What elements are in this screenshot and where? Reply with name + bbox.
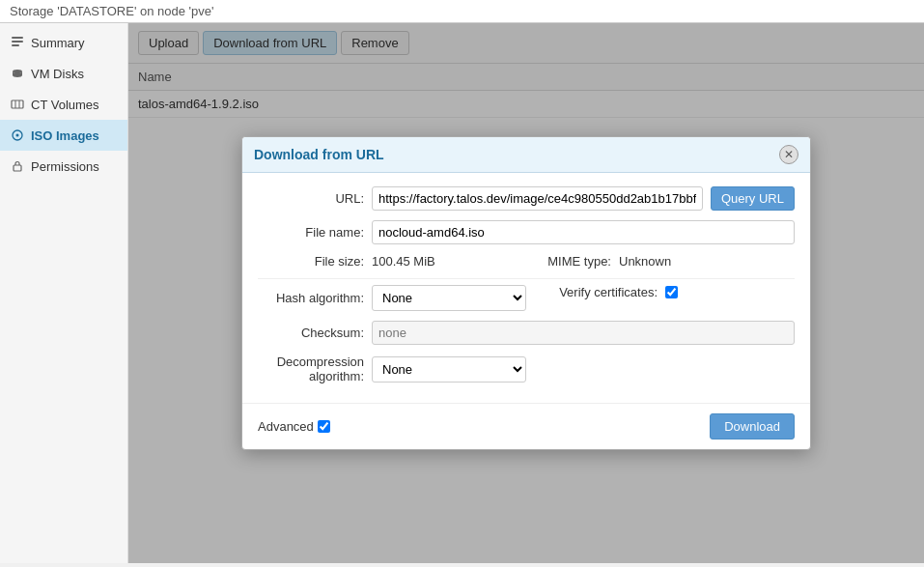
hash-algorithm-select[interactable]: None MD5 SHA1 SHA256 SHA512 [372,285,526,311]
summary-icon [10,35,25,50]
verify-certificates-checkbox-row [665,286,678,298]
container-icon [10,97,25,112]
modal-title: Download from URL [254,147,384,162]
svg-rect-0 [12,37,23,39]
sidebar-item-ct-volumes[interactable]: CT Volumes [0,89,127,120]
advanced-checkbox[interactable] [318,420,330,433]
advanced-group: Advanced [258,419,330,434]
advanced-label-text: Advanced [258,419,314,434]
top-bar: Storage 'DATASTORE' on node 'pve' [0,0,924,23]
modal-body: URL: Query URL File name: File size: 100… [242,173,810,403]
svg-rect-2 [12,44,19,46]
sidebar-item-permissions-label: Permissions [31,159,99,174]
storage-title: Storage 'DATASTORE' on node 'pve' [10,4,214,18]
sidebar-item-ct-volumes-label: CT Volumes [31,98,99,112]
decompression-algorithm-label: Decompression algorithm: [258,354,364,383]
file-info-row: File size: 100.45 MiB MIME type: Unknown [258,254,795,269]
file-size-value: 100.45 MiB [372,254,435,269]
sidebar-item-vm-disks[interactable]: VM Disks [0,58,127,89]
separator [258,278,795,279]
url-row: URL: Query URL [258,186,795,211]
content-area: Upload Download from URL Remove Name tal… [128,23,924,563]
checksum-row: Checksum: [258,321,795,345]
hash-algorithm-group: Hash algorithm: None MD5 SHA1 SHA256 SHA… [258,285,526,311]
url-label: URL: [258,191,364,206]
modal-overlay: Download from URL ✕ URL: Query URL [128,23,924,563]
svg-rect-9 [14,165,21,171]
modal-header: Download from URL ✕ [242,137,810,173]
verify-certificates-checkbox[interactable] [665,286,678,298]
file-name-input[interactable] [372,220,795,244]
sidebar: Summary VM Disks CT Volumes [0,23,128,563]
verify-certificates-label: Verify certificates: [542,285,658,299]
svg-point-8 [16,134,19,137]
checksum-label: Checksum: [258,326,364,340]
disk-icon [10,66,25,81]
modal-close-button[interactable]: ✕ [779,145,798,164]
download-url-modal: Download from URL ✕ URL: Query URL [241,136,811,450]
mime-type-group: MIME type: Unknown [534,254,795,269]
close-icon: ✕ [784,148,794,161]
mime-type-label: MIME type: [534,254,611,269]
decompression-row: Decompression algorithm: None gzip bzip2… [258,354,795,383]
decompression-algorithm-select[interactable]: None gzip bzip2 xz zstd [372,356,526,383]
hash-verify-row: Hash algorithm: None MD5 SHA1 SHA256 SHA… [258,285,795,311]
sidebar-item-summary-label: Summary [31,36,85,50]
download-button[interactable]: Download [710,413,795,439]
svg-point-3 [13,70,22,73]
checksum-input[interactable] [372,321,795,345]
mime-type-value: Unknown [619,254,671,269]
permissions-icon [10,158,25,174]
svg-rect-1 [12,41,23,43]
file-size-label: File size: [258,254,364,269]
file-name-label: File name: [258,225,364,240]
file-size-group: File size: 100.45 MiB [258,254,518,269]
sidebar-item-vm-disks-label: VM Disks [31,67,84,81]
sidebar-item-iso-images-label: ISO Images [31,128,99,143]
url-input[interactable] [372,186,703,211]
file-name-row: File name: [258,220,795,244]
iso-icon [10,128,25,143]
query-url-button[interactable]: Query URL [711,186,795,211]
hash-algorithm-label: Hash algorithm: [258,291,364,305]
verify-cert-group: Verify certificates: [542,285,795,299]
sidebar-item-permissions[interactable]: Permissions [0,151,127,182]
sidebar-item-summary[interactable]: Summary [0,27,127,58]
sidebar-item-iso-images[interactable]: ISO Images [0,120,127,151]
modal-footer: Advanced Download [242,403,810,449]
main-layout: Summary VM Disks CT Volumes [0,23,924,563]
svg-rect-4 [12,100,23,108]
